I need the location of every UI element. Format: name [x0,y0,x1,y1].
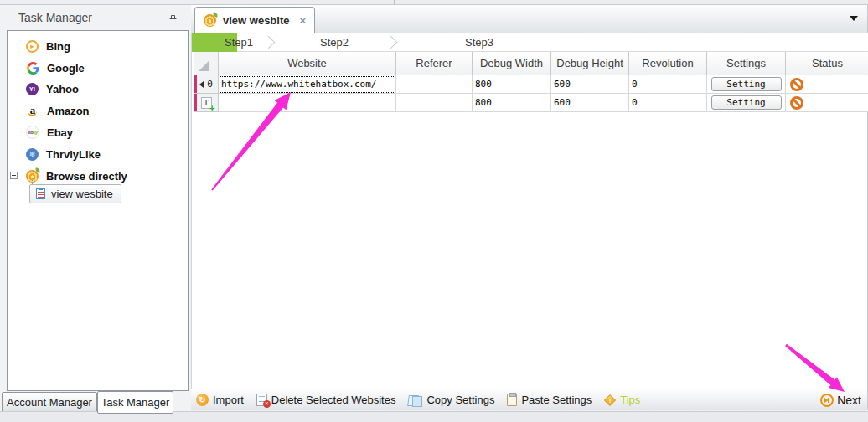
clipboard-icon [36,188,45,199]
next-play-icon [820,394,834,407]
cell-settings: Setting [707,94,786,112]
task-manager-panel: Task Manager Bing Google [0,5,191,422]
cell-website[interactable]: https://www.whitehatbox.com/ [219,75,396,94]
corner-triangle-icon [199,60,209,71]
cell-debug-height[interactable]: 600 [551,75,629,94]
tree-item-browse-directly[interactable]: Browse directly [8,166,183,186]
tab-view-wesbite[interactable]: view wesbite × [194,7,315,33]
amazon-icon [26,104,39,117]
row-header[interactable]: 0 [194,75,219,94]
step3[interactable]: Step3 [443,33,515,52]
step-content: Step1 Step2 Step3 Website Referer Debug … [191,33,868,389]
tree-item-view-wesbite[interactable]: view wesbite [29,184,121,203]
tree-item-bing[interactable]: Bing [8,36,183,56]
paste-icon [507,394,517,406]
cell-settings: Setting [707,75,786,94]
tree-item-ebay[interactable]: Ebay [8,122,183,142]
column-header-referer[interactable]: Referer [396,52,473,75]
import-icon [196,394,209,406]
select-all-corner[interactable] [194,52,219,75]
google-icon [26,61,39,75]
next-button[interactable]: Next [820,389,861,411]
cell-status [786,94,868,112]
chevron-right-icon [385,36,398,49]
cell-referer[interactable] [396,94,473,112]
column-header-status[interactable]: Status [786,52,868,75]
disabled-status-icon [790,96,803,110]
new-row-header[interactable] [194,94,219,112]
panel-header: Task Manager [0,5,191,30]
yahoo-icon [26,83,39,95]
column-header-debug-height[interactable]: Debug Height [551,52,629,75]
setting-button[interactable]: Setting [711,95,782,110]
paste-settings-button[interactable]: Paste Settings [507,394,592,406]
import-button[interactable]: Import [196,394,244,406]
tree-item-amazon[interactable]: Amazon [8,100,183,121]
pin-icon[interactable] [168,12,178,27]
ebay-icon [26,126,39,139]
tree-item-yahoo[interactable]: Yahoo [8,79,183,99]
thrvlylike-icon [26,148,39,161]
current-row-marker-icon [199,81,204,88]
step1[interactable]: Step1 [215,33,262,52]
tips-warning-icon [604,394,616,405]
target-icon [204,14,216,27]
cell-debug-width[interactable]: 800 [473,75,551,94]
cell-debug-width[interactable]: 800 [473,94,551,112]
column-header-website[interactable]: Website [219,52,396,75]
copy-icon [408,394,422,406]
collapse-minus-icon[interactable] [10,172,18,179]
cell-status [786,75,868,94]
delete-selected-websites-button[interactable]: Delete Selected Websites [256,394,396,406]
setting-button[interactable]: Setting [711,77,782,91]
column-header-settings[interactable]: Settings [707,52,786,75]
new-row-icon [201,97,212,109]
cell-debug-height[interactable]: 600 [551,94,629,112]
copy-settings-button[interactable]: Copy Settings [408,394,494,406]
tips-button[interactable]: Tips [604,394,640,406]
cell-revolution[interactable]: 0 [629,94,707,112]
panel-title: Task Manager [18,11,92,24]
bing-icon [26,40,39,53]
document-tab-strip: view wesbite × [191,5,868,33]
chevron-right-icon [262,36,276,49]
step2[interactable]: Step2 [301,33,368,52]
tree-item-google[interactable]: Google [8,58,183,78]
column-header-debug-width[interactable]: Debug Width [473,52,551,75]
step-bar: Step1 Step2 Step3 [192,33,868,52]
task-tree: Bing Google Yahoo Amazon [7,30,189,391]
delete-icon [256,394,267,406]
tab-task-manager[interactable]: Task Manager [97,391,173,414]
tree-item-thrvlylike[interactable]: ThrvlyLike [8,144,183,164]
cell-website[interactable] [219,94,396,112]
main-panel: view wesbite × Step1 Step2 Step3 Website… [191,5,868,422]
app-window: Task Manager Bing Google [0,0,868,422]
tab-list-dropdown-icon[interactable] [850,16,858,21]
bottom-toolbar: Import Delete Selected Websites Copy Set… [191,389,868,410]
column-header-revolution[interactable]: Revolution [629,52,707,75]
cell-referer[interactable] [396,75,473,94]
tab-account-manager[interactable]: Account Manager [2,392,97,413]
close-icon[interactable]: × [299,14,306,27]
cell-revolution[interactable]: 0 [629,75,707,94]
disabled-status-icon [790,78,803,91]
